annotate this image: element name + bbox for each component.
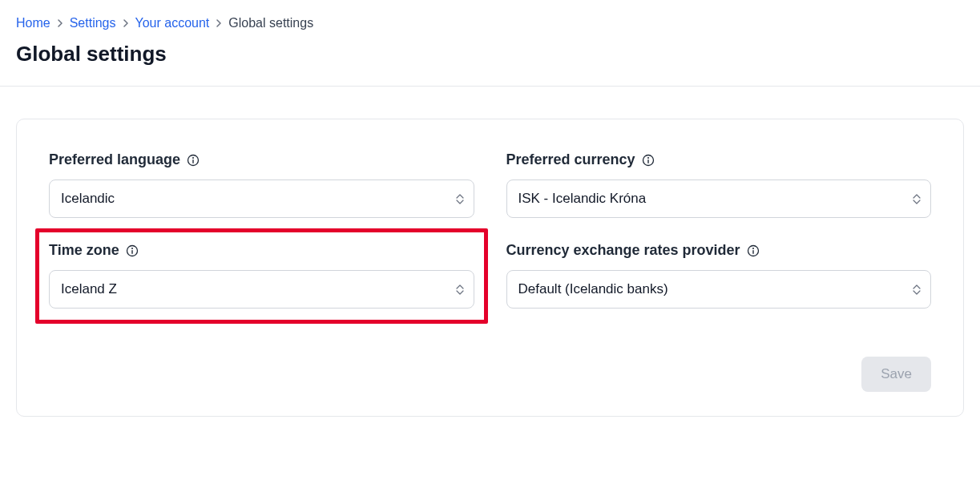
svg-rect-11 bbox=[752, 250, 753, 254]
select-exchange-provider[interactable]: Default (Icelandic banks) bbox=[506, 270, 932, 309]
label-exchange-provider: Currency exchange rates provider bbox=[506, 242, 740, 259]
breadcrumb-settings[interactable]: Settings bbox=[70, 16, 116, 30]
svg-rect-2 bbox=[192, 159, 193, 163]
label-language: Preferred language bbox=[49, 151, 180, 168]
page-title: Global settings bbox=[16, 42, 964, 67]
field-currency: Preferred currency ISK - Icelandic Króna bbox=[506, 151, 932, 218]
select-currency[interactable]: ISK - Icelandic Króna bbox=[506, 179, 932, 218]
svg-point-7 bbox=[131, 248, 133, 249]
info-icon[interactable] bbox=[747, 244, 760, 257]
highlight-annotation: Time zone Iceland Z bbox=[35, 228, 488, 324]
svg-point-4 bbox=[647, 157, 649, 159]
svg-rect-8 bbox=[131, 250, 132, 254]
label-timezone: Time zone bbox=[49, 242, 119, 259]
info-icon[interactable] bbox=[642, 154, 655, 167]
field-timezone: Time zone Iceland Z bbox=[49, 242, 474, 309]
chevron-right-icon bbox=[216, 17, 222, 30]
svg-point-1 bbox=[192, 157, 194, 159]
save-button[interactable]: Save bbox=[861, 357, 931, 392]
label-currency: Preferred currency bbox=[506, 151, 635, 168]
chevron-right-icon bbox=[57, 17, 63, 30]
select-language[interactable]: Icelandic bbox=[49, 179, 474, 218]
info-icon[interactable] bbox=[187, 154, 200, 167]
breadcrumb-home[interactable]: Home bbox=[16, 16, 50, 30]
breadcrumb-your-account[interactable]: Your account bbox=[135, 16, 210, 30]
breadcrumb: Home Settings Your account Global settin… bbox=[16, 16, 964, 30]
svg-point-10 bbox=[752, 248, 754, 249]
select-timezone[interactable]: Iceland Z bbox=[49, 270, 474, 309]
svg-rect-5 bbox=[647, 159, 648, 163]
field-language: Preferred language Icelandic bbox=[49, 151, 474, 218]
chevron-right-icon bbox=[123, 17, 129, 30]
settings-card: Preferred language Icelandic Preferred bbox=[16, 119, 964, 417]
field-exchange-provider: Currency exchange rates provider Default… bbox=[506, 242, 932, 309]
info-icon[interactable] bbox=[126, 244, 139, 257]
breadcrumb-current: Global settings bbox=[228, 16, 313, 30]
